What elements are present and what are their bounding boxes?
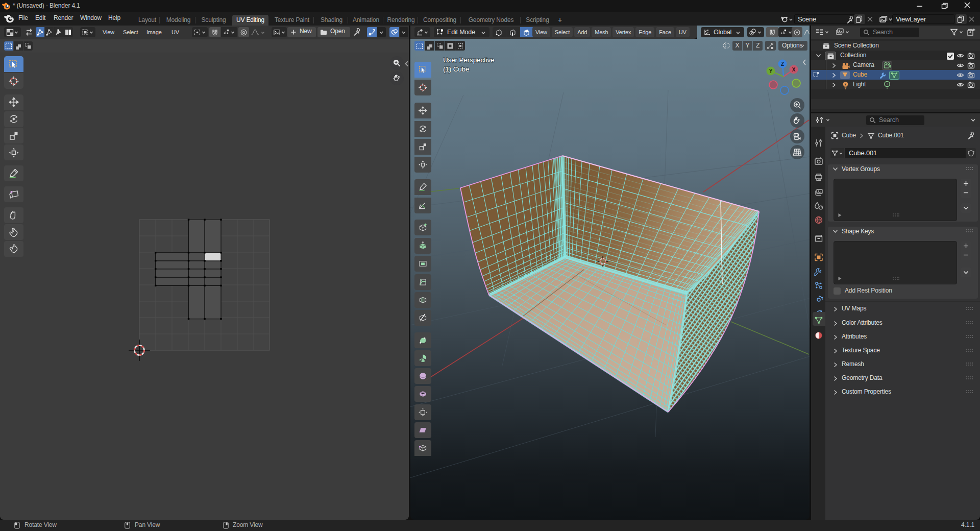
svg-text:(1) Cube: (1) Cube [443, 65, 469, 73]
svg-text:X: X [792, 67, 796, 73]
svg-text:Y: Y [769, 68, 773, 74]
svg-text:User Perspective: User Perspective [443, 56, 494, 64]
svg-text:Z: Z [781, 61, 784, 67]
